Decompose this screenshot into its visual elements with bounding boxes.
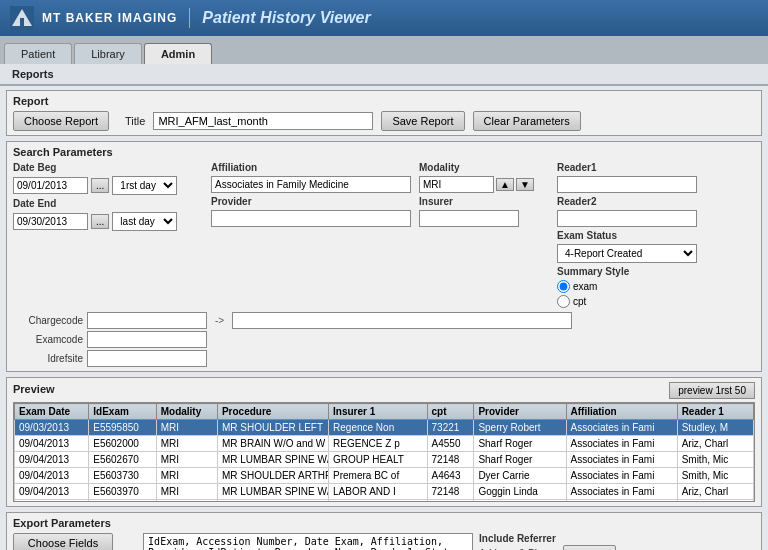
chargecode-row: Chargecode -> [13, 312, 755, 329]
examcode-row: Examcode [13, 331, 755, 348]
table-row[interactable]: 09/04/2013E5603730MRIMR SHOULDER ARTHRPr… [15, 468, 754, 484]
title-input[interactable] [153, 112, 373, 130]
date-end-picker[interactable]: ... [91, 214, 109, 229]
title-label: Title [125, 115, 145, 127]
reader2-input[interactable] [557, 210, 697, 227]
col-cpt: cpt [427, 404, 474, 420]
insurer-input[interactable] [419, 210, 519, 227]
provider-input[interactable] [211, 210, 411, 227]
idrefsite-label: Idrefsite [13, 353, 83, 364]
table-row[interactable]: 09/05/2013E5604540MRIMR BRAIN W/O CONTIR… [15, 500, 754, 503]
search-params-title: Search Parameters [13, 146, 755, 158]
date-beg-row: ... 1rst day of last m [13, 176, 203, 195]
affiliation-input[interactable] [211, 176, 411, 193]
report-section-title: Report [13, 95, 755, 107]
export-fields-textarea[interactable] [143, 533, 473, 550]
col-modality: Modality [156, 404, 217, 420]
col-exam-date: Exam Date [15, 404, 89, 420]
exam-status-label: Exam Status [557, 230, 697, 241]
preview-header: Preview preview 1rst 50 [13, 382, 755, 399]
app-title: Patient History Viewer [202, 9, 370, 27]
sub-nav: Reports [0, 64, 768, 86]
export-title: Export Parameters [13, 517, 755, 529]
extra-params: Chargecode -> Examcode Idrefsite [13, 312, 755, 367]
preview-section: Preview preview 1rst 50 Exam Date IdExam… [6, 377, 762, 507]
tab-admin[interactable]: Admin [144, 43, 212, 64]
date-end-input[interactable] [13, 213, 88, 230]
summary-exam-radio[interactable]: exam [557, 280, 697, 293]
choose-fields-button[interactable]: Choose Fields [13, 533, 113, 550]
modality-label: Modality [419, 162, 549, 173]
summary-cpt-radio[interactable]: cpt [557, 295, 697, 308]
date-beg-dropdown[interactable]: 1rst day of last m [112, 176, 177, 195]
examcode-label: Examcode [13, 334, 83, 345]
reader2-label: Reader2 [557, 196, 697, 207]
table-row[interactable]: 09/04/2013E5602670MRIMR LUMBAR SPINE W/G… [15, 452, 754, 468]
col-affiliation: Affiliation [566, 404, 677, 420]
preview-title: Preview [13, 383, 55, 395]
tabs-bar: Patient Library Admin [0, 36, 768, 64]
export-button[interactable]: export [563, 545, 616, 551]
clear-parameters-button[interactable]: Clear Parameters [473, 111, 581, 131]
date-beg-label: Date Beg [13, 162, 203, 173]
provider-label: Provider [211, 196, 411, 207]
modality-arrow-up[interactable]: ▲ [496, 178, 514, 191]
chargecode-label: Chargecode [13, 315, 83, 326]
export-grid: Choose Fields choose all -> -> Include R… [13, 533, 755, 550]
exam-status-select[interactable]: 4-Report Created [557, 244, 697, 263]
table-row[interactable]: 09/04/2013E5602000MRIMR BRAIN W/O and WR… [15, 436, 754, 452]
tab-patient[interactable]: Patient [4, 43, 72, 64]
save-report-button[interactable]: Save Report [381, 111, 464, 131]
summary-style-group: exam cpt [557, 280, 697, 308]
chargecode-input[interactable] [87, 312, 207, 329]
chargecode-right-input[interactable] [232, 312, 572, 329]
col-reader1: Reader 1 [677, 404, 753, 420]
date-end-row: ... last day of last m [13, 212, 203, 231]
reader1-label: Reader1 [557, 162, 697, 173]
chargecode-arrow: -> [211, 315, 228, 326]
subnav-reports[interactable]: Reports [8, 68, 58, 80]
main-content: Report Choose Report Title Save Report C… [0, 86, 768, 550]
tab-library[interactable]: Library [74, 43, 142, 64]
modality-arrow-down[interactable]: ▼ [516, 178, 534, 191]
col-procedure: Procedure [217, 404, 328, 420]
reader1-input[interactable] [557, 176, 697, 193]
logo: MT BAKER IMAGING [10, 6, 177, 30]
preview-table-wrapper: Exam Date IdExam Modality Procedure Insu… [13, 402, 755, 502]
summary-style-label: Summary Style [557, 266, 697, 277]
date-beg-picker[interactable]: ... [91, 178, 109, 193]
logo-icon [10, 6, 34, 30]
preview-button[interactable]: preview 1rst 50 [669, 382, 755, 399]
company-name: MT BAKER IMAGING [42, 11, 177, 25]
app-header: MT BAKER IMAGING Patient History Viewer [0, 0, 768, 36]
idrefsite-input[interactable] [87, 350, 207, 367]
col-provider: Provider [474, 404, 566, 420]
export-right: Include Referrer Address & Phone . [479, 533, 557, 550]
report-row: Choose Report Title Save Report Clear Pa… [13, 111, 755, 131]
date-end-label: Date End [13, 198, 203, 209]
svg-rect-2 [20, 18, 24, 26]
include-referrer-label: Include Referrer [479, 533, 556, 544]
preview-table: Exam Date IdExam Modality Procedure Insu… [14, 403, 754, 502]
col-insurer1: Insurer 1 [329, 404, 428, 420]
header-divider [189, 8, 190, 28]
report-section: Report Choose Report Title Save Report C… [6, 90, 762, 136]
date-end-dropdown[interactable]: last day of last m [112, 212, 177, 231]
examcode-input[interactable] [87, 331, 207, 348]
date-beg-input[interactable] [13, 177, 88, 194]
export-section: Export Parameters Choose Fields choose a… [6, 512, 762, 550]
idrefsite-row: Idrefsite [13, 350, 755, 367]
modality-input[interactable] [419, 176, 494, 193]
choose-report-button[interactable]: Choose Report [13, 111, 109, 131]
affiliation-label: Affiliation [211, 162, 411, 173]
col-id-exam: IdExam [89, 404, 156, 420]
insurer-label: Insurer [419, 196, 549, 207]
export-left: Choose Fields choose all -> [13, 533, 113, 550]
table-row[interactable]: 09/04/2013E5603970MRIMR LUMBAR SPINE W/L… [15, 484, 754, 500]
table-row[interactable]: 09/03/2013E5595850MRIMR SHOULDER LEFTReg… [15, 420, 754, 436]
search-params-section: Search Parameters Date Beg ... 1rst day … [6, 141, 762, 372]
